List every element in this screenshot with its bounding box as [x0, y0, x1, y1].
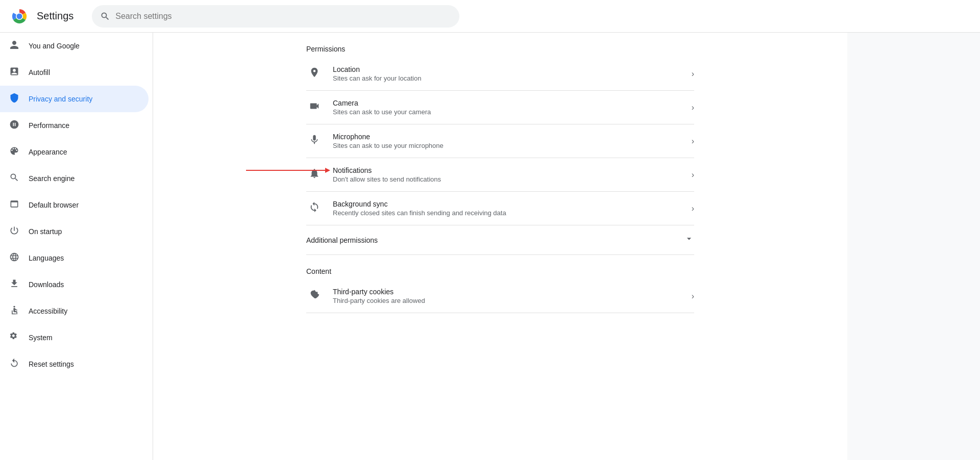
sidebar-item-on-startup[interactable]: On startup [0, 218, 149, 245]
content-area: Permissions Location Sites can ask for y… [153, 33, 847, 460]
right-panel [847, 33, 980, 460]
sidebar-item-system[interactable]: System [0, 324, 149, 351]
additional-permissions-label: Additional permissions [306, 236, 378, 244]
main-layout: You and Google Autofill Privacy and secu… [0, 33, 980, 460]
sidebar-label-search-engine: Search engine [29, 174, 75, 183]
notifications-subtitle: Don't allow sites to send notifications [333, 175, 681, 183]
red-arrow-annotation [241, 163, 330, 178]
svg-point-3 [13, 305, 15, 307]
permission-item-microphone[interactable]: Microphone Sites can ask to use your mic… [306, 124, 694, 158]
sidebar-item-languages[interactable]: Languages [0, 245, 149, 271]
microphone-title: Microphone [333, 133, 681, 141]
page-title: Settings [37, 10, 74, 22]
camera-text: Camera Sites can ask to use your camera [333, 99, 681, 116]
sidebar-item-reset-settings[interactable]: Reset settings [0, 351, 149, 377]
sidebar-item-privacy-and-security[interactable]: Privacy and security [0, 86, 149, 112]
svg-point-2 [17, 13, 22, 19]
performance-icon [8, 119, 20, 132]
location-subtitle: Sites can ask for your location [333, 74, 681, 82]
cookies-subtitle: Third-party cookies are allowed [333, 297, 681, 304]
content-heading: Content [306, 255, 694, 279]
search-bar [92, 5, 459, 28]
sidebar-label-system: System [29, 334, 53, 342]
svg-marker-5 [325, 168, 330, 173]
sidebar-label-on-startup: On startup [29, 227, 62, 236]
sidebar-label-performance: Performance [29, 121, 69, 130]
palette-icon [8, 146, 20, 159]
camera-icon [306, 100, 323, 115]
microphone-text: Microphone Sites can ask to use your mic… [333, 133, 681, 149]
power-icon [8, 225, 20, 238]
sidebar-label-downloads: Downloads [29, 280, 64, 289]
sidebar-label-appearance: Appearance [29, 148, 67, 156]
permission-item-notifications[interactable]: Notifications Don't allow sites to send … [306, 158, 694, 192]
additional-permissions-row[interactable]: Additional permissions [306, 225, 694, 255]
cookies-chevron: › [692, 292, 694, 301]
sidebar-label-accessibility: Accessibility [29, 307, 67, 315]
microphone-icon [306, 134, 323, 148]
microphone-chevron: › [692, 137, 694, 146]
default-browser-icon [8, 199, 20, 212]
sidebar-label-you-and-google: You and Google [29, 42, 80, 50]
search-engine-icon [8, 172, 20, 185]
sidebar-label-default-browser: Default browser [29, 201, 79, 209]
sidebar-label-languages: Languages [29, 254, 64, 262]
sidebar: You and Google Autofill Privacy and secu… [0, 33, 153, 460]
notifications-chevron: › [692, 170, 694, 180]
notifications-title: Notifications [333, 166, 681, 174]
topbar: Settings [0, 0, 980, 33]
permission-item-background-sync[interactable]: Background sync Recently closed sites ca… [306, 192, 694, 225]
sidebar-label-privacy: Privacy and security [29, 95, 92, 103]
cookies-title: Third-party cookies [333, 288, 681, 296]
permission-item-third-party-cookies[interactable]: Third-party cookies Third-party cookies … [306, 279, 694, 313]
download-icon [8, 278, 20, 291]
language-icon [8, 252, 20, 265]
sidebar-label-reset-settings: Reset settings [29, 360, 74, 368]
sidebar-item-accessibility[interactable]: Accessibility [0, 298, 149, 324]
notifications-text: Notifications Don't allow sites to send … [333, 166, 681, 183]
location-text: Location Sites can ask for your location [333, 65, 681, 82]
chrome-logo [10, 7, 29, 25]
sidebar-item-performance[interactable]: Performance [0, 112, 149, 139]
person-icon [8, 40, 20, 53]
permissions-heading: Permissions [306, 33, 694, 57]
background-sync-title: Background sync [333, 200, 681, 208]
cookies-icon [306, 289, 323, 303]
sidebar-item-you-and-google[interactable]: You and Google [0, 33, 149, 59]
sidebar-item-downloads[interactable]: Downloads [0, 271, 149, 298]
permission-item-location[interactable]: Location Sites can ask for your location… [306, 57, 694, 91]
expand-chevron-down-icon [684, 234, 694, 246]
autofill-icon [8, 66, 20, 79]
accessibility-icon [8, 305, 20, 318]
system-icon [8, 331, 20, 344]
sidebar-item-appearance[interactable]: Appearance [0, 139, 149, 165]
camera-title: Camera [333, 99, 681, 107]
search-input[interactable] [115, 12, 451, 21]
camera-chevron: › [692, 103, 694, 112]
cookies-text: Third-party cookies Third-party cookies … [333, 288, 681, 304]
permission-item-camera[interactable]: Camera Sites can ask to use your camera … [306, 91, 694, 124]
shield-icon [8, 93, 20, 106]
background-sync-subtitle: Recently closed sites can finish sending… [333, 209, 681, 217]
location-title: Location [333, 65, 681, 73]
sidebar-label-autofill: Autofill [29, 68, 50, 76]
sidebar-item-default-browser[interactable]: Default browser [0, 192, 149, 218]
search-icon [100, 11, 110, 21]
background-sync-text: Background sync Recently closed sites ca… [333, 200, 681, 217]
sidebar-item-search-engine[interactable]: Search engine [0, 165, 149, 192]
background-sync-icon [306, 201, 323, 216]
location-chevron: › [692, 69, 694, 79]
reset-icon [8, 358, 20, 371]
content-inner: Permissions Location Sites can ask for y… [286, 33, 715, 334]
location-icon [306, 67, 323, 81]
background-sync-chevron: › [692, 204, 694, 213]
sidebar-item-autofill[interactable]: Autofill [0, 59, 149, 86]
camera-subtitle: Sites can ask to use your camera [333, 108, 681, 116]
microphone-subtitle: Sites can ask to use your microphone [333, 142, 681, 149]
